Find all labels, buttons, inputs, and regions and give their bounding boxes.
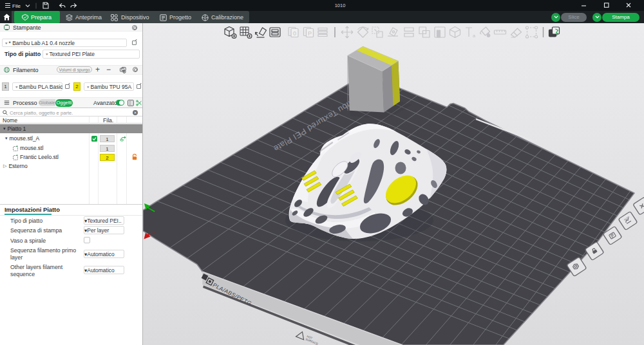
svg-text:P: P: [308, 30, 312, 37]
svg-text:a: a: [473, 33, 475, 38]
svg-text:0: 0: [293, 30, 296, 37]
